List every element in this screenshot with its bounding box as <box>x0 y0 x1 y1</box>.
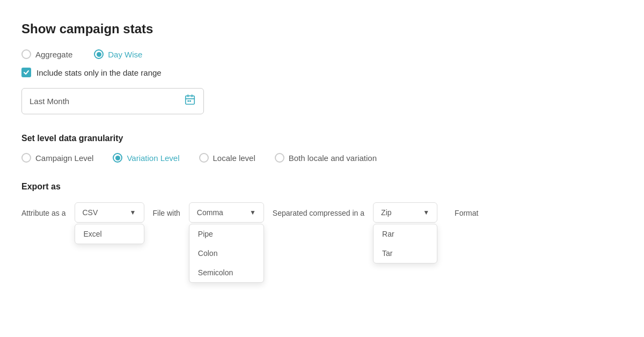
radio-circle-variation <box>113 153 122 163</box>
radio-label-campaign: Campaign Level <box>35 153 93 163</box>
radio-circle-campaign <box>21 153 31 163</box>
radio-circle-locale <box>199 153 209 163</box>
zip-option-tar[interactable]: Tar <box>374 244 437 263</box>
zip-option-rar[interactable]: Rar <box>374 224 437 244</box>
radio-variation-level[interactable]: Variation Level <box>113 153 179 163</box>
comma-dropdown-arrow: ▼ <box>250 209 256 216</box>
export-title: Export as <box>21 182 623 192</box>
granularity-title: Set level data granularity <box>21 134 623 143</box>
radio-label-both: Both locale and variation <box>289 153 377 163</box>
radio-day-wise[interactable]: Day Wise <box>94 49 142 59</box>
comma-dropdown-menu: Pipe Colon Semicolon <box>189 224 264 283</box>
include-stats-checkbox-row[interactable]: Include stats only in the date range <box>21 68 623 77</box>
svg-rect-0 <box>186 96 195 105</box>
svg-rect-5 <box>189 100 191 102</box>
radio-locale-level[interactable]: Locale level <box>199 153 255 163</box>
comma-dropdown-wrapper: Comma ▼ Pipe Colon Semicolon <box>189 202 264 223</box>
file-with-label: File with <box>153 202 180 217</box>
date-range-value: Last Month <box>30 97 69 106</box>
granularity-radio-group: Campaign Level Variation Level Locale le… <box>21 153 623 163</box>
format-label: Format <box>455 202 478 217</box>
radio-circle-aggregate <box>21 49 31 59</box>
csv-dropdown-wrapper: CSV ▼ Excel <box>75 202 144 223</box>
zip-dropdown-menu: Rar Tar <box>373 224 437 263</box>
radio-label-day-wise: Day Wise <box>108 50 142 59</box>
comma-option-semicolon[interactable]: Semicolon <box>189 263 264 282</box>
radio-aggregate[interactable]: Aggregate <box>21 49 72 59</box>
comma-selected-value: Comma <box>197 208 223 217</box>
comma-option-colon[interactable]: Colon <box>189 244 264 263</box>
calendar-icon <box>184 94 196 108</box>
separated-label: Separated compressed in a <box>273 202 364 217</box>
page-title: Show campaign stats <box>21 21 623 36</box>
zip-dropdown-arrow: ▼ <box>423 209 429 216</box>
radio-circle-day-wise <box>94 49 104 59</box>
svg-rect-4 <box>187 100 189 102</box>
comma-option-pipe[interactable]: Pipe <box>189 224 264 244</box>
radio-label-locale: Locale level <box>213 153 255 163</box>
radio-label-aggregate: Aggregate <box>35 50 72 59</box>
include-stats-label: Include stats only in the date range <box>36 68 162 77</box>
comma-dropdown-button[interactable]: Comma ▼ <box>189 202 264 223</box>
csv-option-excel[interactable]: Excel <box>75 224 144 244</box>
radio-both-level[interactable]: Both locale and variation <box>275 153 377 163</box>
csv-dropdown-arrow: ▼ <box>130 209 136 216</box>
attribute-label: Attribute as a <box>21 202 66 217</box>
csv-dropdown-menu: Excel <box>75 224 144 244</box>
zip-selected-value: Zip <box>381 208 391 217</box>
csv-dropdown-button[interactable]: CSV ▼ <box>75 202 144 223</box>
zip-dropdown-button[interactable]: Zip ▼ <box>373 202 437 223</box>
radio-label-variation: Variation Level <box>127 153 179 163</box>
include-stats-checkbox[interactable] <box>21 68 31 77</box>
stats-type-radio-group: Aggregate Day Wise <box>21 49 623 59</box>
radio-campaign-level[interactable]: Campaign Level <box>21 153 93 163</box>
radio-circle-both <box>275 153 284 163</box>
csv-selected-value: CSV <box>83 208 98 217</box>
zip-dropdown-wrapper: Zip ▼ Rar Tar <box>373 202 437 223</box>
export-row: Attribute as a CSV ▼ Excel File with Com… <box>21 202 623 223</box>
date-range-input[interactable]: Last Month <box>21 88 204 114</box>
